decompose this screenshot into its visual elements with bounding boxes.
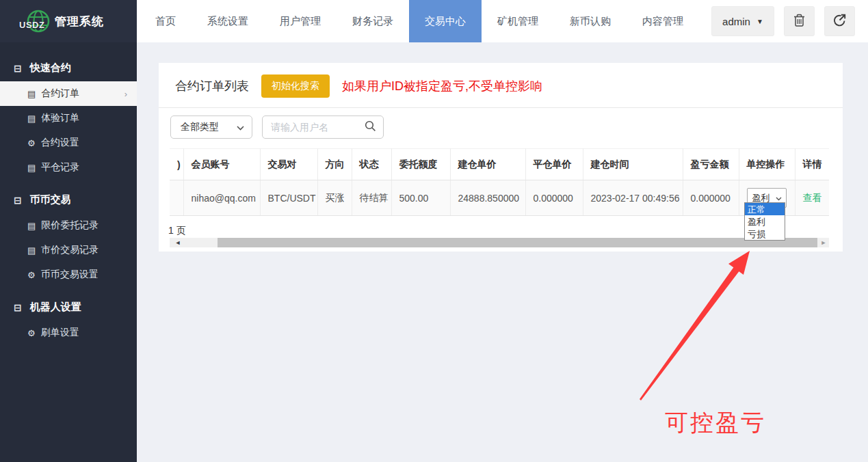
list-icon: ▤ bbox=[27, 163, 36, 172]
col-pair: 交易对 bbox=[260, 149, 317, 180]
sidebar-item-label: 刷单设置 bbox=[41, 327, 79, 339]
top-bar: USDZ 管理系统 首页 系统设置 用户管理 财务记录 交易中心 矿机管理 新币… bbox=[0, 0, 868, 42]
cell-amount: 500.00 bbox=[391, 180, 450, 216]
view-detail-link[interactable]: 查看 bbox=[803, 192, 822, 203]
warning-text: 如果用户ID被指定盈亏,不受单控影响 bbox=[342, 78, 542, 94]
sidebar-item-contract-orders[interactable]: ▤ 合约订单 › bbox=[0, 81, 137, 106]
nav-item-new-coin[interactable]: 新币认购 bbox=[554, 0, 627, 42]
nav-item-system-settings[interactable]: 系统设置 bbox=[192, 0, 264, 42]
app-logo: USDZ 管理系统 bbox=[0, 0, 137, 42]
cell-account: nihao@qq.com bbox=[183, 180, 260, 216]
admin-user-label: admin bbox=[722, 16, 750, 27]
col-open-price: 建仓单价 bbox=[450, 149, 525, 180]
sidebar-section-label: 快速合约 bbox=[30, 62, 71, 74]
sidebar-item-brush-order-settings[interactable]: ⚙ 刷单设置 bbox=[0, 321, 137, 345]
cell-direction: 买涨 bbox=[317, 180, 352, 216]
sidebar-item-market-trade-records[interactable]: ▤ 市价交易记录 bbox=[0, 238, 137, 262]
cell-close-price: 0.000000 bbox=[525, 180, 583, 216]
globe-icon: USDZ bbox=[23, 6, 53, 36]
main-content: 合约订单列表 初始化搜索 如果用户ID被指定盈亏,不受单控影响 全部类型 bbox=[137, 42, 868, 462]
filter-bar: 全部类型 bbox=[159, 108, 843, 146]
cell-open-time: 2023-02-17 00:49:56 bbox=[583, 180, 683, 216]
logout-button[interactable] bbox=[824, 6, 855, 36]
scrollbar-right-arrow[interactable]: ► bbox=[818, 238, 829, 247]
col-amount: 委托额度 bbox=[391, 149, 450, 180]
cell-profit: 0.000000 bbox=[683, 180, 739, 216]
sidebar-item-limit-order-records[interactable]: ▤ 限价委托记录 bbox=[0, 213, 137, 238]
chevron-right-icon: › bbox=[124, 89, 127, 99]
list-icon: ▤ bbox=[27, 90, 36, 98]
collapse-icon: ⊟ bbox=[14, 64, 22, 73]
nav-item-home[interactable]: 首页 bbox=[140, 0, 192, 42]
gear-icon: ⚙ bbox=[27, 271, 36, 280]
sidebar-section-robot-settings[interactable]: ⊟ 机器人设置 bbox=[0, 294, 137, 321]
nav-item-miner-management[interactable]: 矿机管理 bbox=[482, 0, 554, 42]
admin-user-button[interactable]: admin ▼ bbox=[711, 6, 774, 36]
caret-down-icon: ▼ bbox=[757, 18, 763, 25]
sidebar-item-label: 市价交易记录 bbox=[41, 244, 98, 256]
nav-item-trade-center[interactable]: 交易中心 bbox=[409, 0, 482, 42]
sidebar-item-trial-orders[interactable]: ▤ 体验订单 bbox=[0, 106, 137, 131]
sidebar-item-label: 合约订单 bbox=[41, 87, 79, 100]
collapse-icon: ⊟ bbox=[14, 195, 22, 205]
dropdown-option-normal[interactable]: 正常 bbox=[745, 203, 785, 215]
cell-status: 待结算 bbox=[352, 180, 391, 216]
trash-button[interactable] bbox=[784, 6, 815, 36]
username-search-box bbox=[262, 116, 384, 139]
sidebar-item-contract-settings[interactable]: ⚙ 合约设置 bbox=[0, 131, 137, 155]
sidebar-item-label: 平仓记录 bbox=[41, 161, 79, 174]
dropdown-option-profit[interactable]: 盈利 bbox=[745, 215, 785, 228]
cell-pair: BTC/USDT bbox=[260, 180, 317, 216]
sidebar-item-label: 体验订单 bbox=[41, 112, 79, 124]
col-status: 状态 bbox=[352, 149, 391, 180]
sidebar-item-coin-trade-settings[interactable]: ⚙ 币币交易设置 bbox=[0, 262, 137, 287]
sidebar-section-coin-trade[interactable]: ⊟ 币币交易 bbox=[0, 187, 137, 213]
gear-icon: ⚙ bbox=[27, 329, 36, 338]
scrollbar-thumb[interactable] bbox=[218, 238, 817, 247]
nav-item-user-management[interactable]: 用户管理 bbox=[264, 0, 337, 42]
list-icon: ▤ bbox=[27, 246, 36, 255]
order-list-card: 合约订单列表 初始化搜索 如果用户ID被指定盈亏,不受单控影响 全部类型 bbox=[159, 63, 843, 252]
type-filter-select[interactable]: 全部类型 bbox=[170, 116, 252, 139]
sidebar-item-label: 币币交易设置 bbox=[41, 269, 98, 281]
cell-open-price: 24888.850000 bbox=[450, 180, 525, 216]
trash-icon bbox=[793, 14, 805, 29]
gear-icon: ⚙ bbox=[27, 139, 36, 148]
table-header-row: ) 会员账号 交易对 方向 状态 委托额度 建仓单价 平仓单价 建仓时间 盈亏金… bbox=[170, 149, 829, 180]
list-icon: ▤ bbox=[27, 221, 36, 230]
sidebar-item-close-records[interactable]: ▤ 平仓记录 bbox=[0, 155, 137, 180]
init-search-button[interactable]: 初始化搜索 bbox=[261, 74, 330, 98]
chevron-down-icon bbox=[237, 122, 244, 133]
sidebar-item-label: 限价委托记录 bbox=[41, 219, 98, 232]
horizontal-scrollbar[interactable]: ◄ ► bbox=[170, 238, 829, 247]
col-direction: 方向 bbox=[317, 149, 352, 180]
nav-item-finance-records[interactable]: 财务记录 bbox=[337, 0, 409, 42]
sidebar-section-quick-contract[interactable]: ⊟ 快速合约 bbox=[0, 55, 137, 81]
table-row: nihao@qq.com BTC/USDT 买涨 待结算 500.00 2488… bbox=[170, 180, 829, 216]
annotation-text: 可控盈亏 bbox=[665, 407, 766, 439]
sidebar-section-label: 币币交易 bbox=[30, 193, 71, 206]
profit-control-dropdown: 正常 盈利 亏损 bbox=[744, 202, 785, 241]
cell-id-partial bbox=[170, 180, 183, 216]
top-nav: 首页 系统设置 用户管理 财务记录 交易中心 矿机管理 新币认购 内容管理 bbox=[137, 0, 711, 42]
search-icon[interactable] bbox=[365, 120, 376, 135]
scrollbar-left-arrow[interactable]: ◄ bbox=[172, 238, 183, 247]
col-profit: 盈亏金额 bbox=[683, 149, 739, 180]
username-search-input[interactable] bbox=[271, 122, 365, 133]
col-control: 单控操作 bbox=[739, 149, 795, 180]
dropdown-option-loss[interactable]: 亏损 bbox=[745, 228, 785, 240]
sidebar-item-label: 合约设置 bbox=[41, 137, 79, 149]
col-close-price: 平仓单价 bbox=[525, 149, 583, 180]
export-icon bbox=[833, 14, 846, 29]
cell-detail: 查看 bbox=[795, 180, 829, 216]
page-title: 合约订单列表 bbox=[175, 78, 249, 94]
logo-brand-text: USDZ bbox=[19, 20, 44, 30]
collapse-icon: ⊟ bbox=[14, 303, 22, 312]
pagination-text: 1 页 bbox=[159, 216, 843, 237]
col-account: 会员账号 bbox=[183, 149, 260, 180]
col-open-time: 建仓时间 bbox=[583, 149, 683, 180]
col-detail: 详情 bbox=[795, 149, 829, 180]
sidebar: ⊟ 快速合约 ▤ 合约订单 › ▤ 体验订单 ⚙ 合约设置 ▤ 平仓记录 ⊟ 币… bbox=[0, 42, 137, 462]
nav-item-content-management[interactable]: 内容管理 bbox=[627, 0, 699, 42]
app-title: 管理系统 bbox=[55, 14, 104, 29]
